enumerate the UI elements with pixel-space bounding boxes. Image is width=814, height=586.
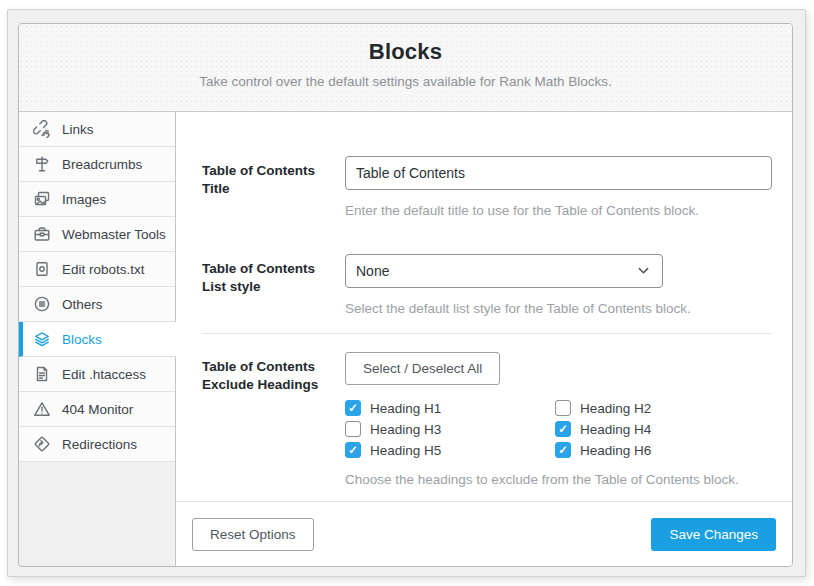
toc-exclude-help: Choose the headings to exclude from the … (345, 471, 772, 489)
sidebar-item-webmaster-tools[interactable]: Webmaster Tools (19, 217, 175, 252)
sidebar-item-others[interactable]: Others (19, 287, 175, 322)
checkbox-checked-icon[interactable]: ✓ (345, 442, 361, 458)
row-separator (202, 333, 772, 334)
sidebar-item-edit-htaccess[interactable]: Edit .htaccess (19, 357, 175, 392)
settings-page-card: Blocks Take control over the default set… (7, 9, 806, 577)
sidebar-item-label: Redirections (62, 437, 137, 452)
settings-content: Table of Contents Title Enter the defaul… (175, 112, 792, 566)
warning-triangle-icon (33, 400, 51, 418)
sidebar-item-label: Links (62, 122, 94, 137)
sidebar-item-blocks[interactable]: Blocks (19, 322, 176, 357)
toc-list-style-selected-value: None (356, 263, 389, 279)
broken-link-icon (33, 120, 51, 138)
circle-list-icon (33, 295, 51, 313)
settings-sidebar: LinksBreadcrumbsImagesWebmaster ToolsEdi… (19, 112, 175, 566)
layers-icon (33, 330, 51, 348)
checkbox-heading-h4[interactable]: ✓Heading H4 (555, 420, 765, 438)
sidebar-item-label: Blocks (62, 332, 102, 347)
toc-list-style-label: Table of Contents List style (202, 254, 345, 296)
sidebar-item-links[interactable]: Links (19, 112, 175, 147)
checkbox-unchecked-icon[interactable] (555, 400, 571, 416)
sidebar-item-label: 404 Monitor (62, 402, 133, 417)
row-toc-exclude-headings: Table of Contents Exclude Headings Selec… (202, 352, 772, 489)
checkbox-heading-h2[interactable]: Heading H2 (555, 399, 765, 417)
sidebar-item-label: Others (62, 297, 103, 312)
checkbox-checked-icon[interactable]: ✓ (555, 442, 571, 458)
robots-file-icon (33, 260, 51, 278)
checkbox-heading-h5[interactable]: ✓Heading H5 (345, 441, 555, 459)
page-header: Blocks Take control over the default set… (19, 24, 792, 112)
checkbox-checked-icon[interactable]: ✓ (555, 421, 571, 437)
checkbox-label: Heading H4 (580, 422, 651, 437)
sidebar-item-label: Webmaster Tools (62, 227, 166, 242)
checkbox-label: Heading H6 (580, 443, 651, 458)
settings-body: LinksBreadcrumbsImagesWebmaster ToolsEdi… (19, 112, 792, 566)
toc-list-style-help: Select the default list style for the Ta… (345, 300, 772, 318)
sidebar-item-redirections[interactable]: Redirections (19, 427, 175, 462)
select-deselect-all-button[interactable]: Select / Deselect All (345, 352, 500, 385)
sidebar-item-label: Edit .htaccess (62, 367, 146, 382)
sidebar-item-label: Edit robots.txt (62, 262, 145, 277)
checkbox-label: Heading H2 (580, 401, 651, 416)
sidebar-item-breadcrumbs[interactable]: Breadcrumbs (19, 147, 175, 182)
redirect-icon (33, 435, 51, 453)
page-subtitle: Take control over the default settings a… (19, 74, 792, 89)
sidebar-item-edit-robots-txt[interactable]: Edit robots.txt (19, 252, 175, 287)
form-footer: Reset Options Save Changes (176, 501, 792, 566)
row-toc-list-style: Table of Contents List style None Select… (202, 254, 772, 318)
images-icon (33, 190, 51, 208)
form-area: Table of Contents Title Enter the defaul… (176, 112, 792, 501)
settings-container: Blocks Take control over the default set… (18, 23, 793, 567)
toc-list-style-select[interactable]: None (345, 254, 663, 288)
document-icon (33, 365, 51, 383)
save-changes-button[interactable]: Save Changes (651, 518, 776, 551)
checkbox-unchecked-icon[interactable] (345, 421, 361, 437)
row-toc-title: Table of Contents Title Enter the defaul… (202, 156, 772, 220)
toc-title-label: Table of Contents Title (202, 156, 345, 198)
sidebar-item-label: Breadcrumbs (62, 157, 142, 172)
signpost-icon (33, 155, 51, 173)
chevron-down-icon (637, 264, 650, 277)
checkbox-heading-h3[interactable]: Heading H3 (345, 420, 555, 438)
checkbox-checked-icon[interactable]: ✓ (345, 400, 361, 416)
heading-checkbox-grid: ✓Heading H1Heading H2Heading H3✓Heading … (345, 399, 772, 459)
toc-exclude-label: Table of Contents Exclude Headings (202, 352, 345, 394)
checkbox-label: Heading H1 (370, 401, 441, 416)
checkbox-label: Heading H3 (370, 422, 441, 437)
sidebar-item-label: Images (62, 192, 106, 207)
checkbox-label: Heading H5 (370, 443, 441, 458)
reset-options-button[interactable]: Reset Options (192, 518, 314, 551)
toolbox-icon (33, 225, 51, 243)
sidebar-item-404-monitor[interactable]: 404 Monitor (19, 392, 175, 427)
checkbox-heading-h6[interactable]: ✓Heading H6 (555, 441, 765, 459)
toc-title-input[interactable] (345, 156, 772, 190)
sidebar-item-images[interactable]: Images (19, 182, 175, 217)
checkbox-heading-h1[interactable]: ✓Heading H1 (345, 399, 555, 417)
toc-title-help: Enter the default title to use for the T… (345, 202, 772, 220)
page-title: Blocks (19, 39, 792, 65)
